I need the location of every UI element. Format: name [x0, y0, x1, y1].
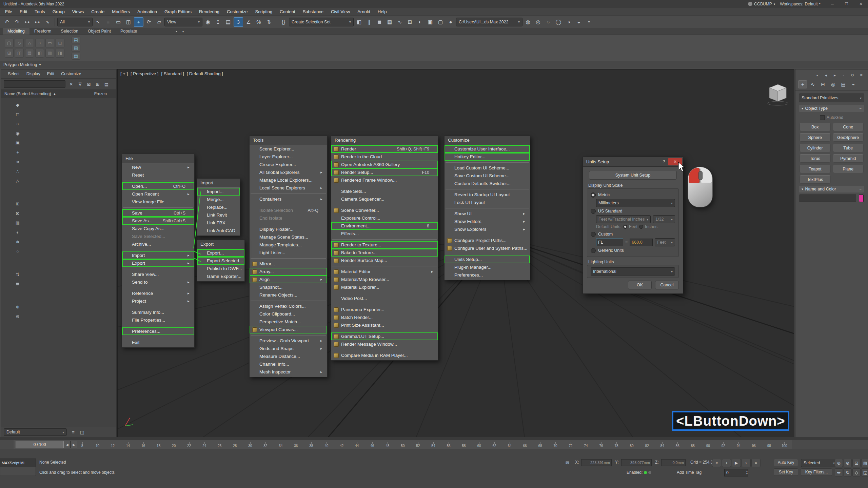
menubar-views[interactable]: Views [68, 8, 87, 16]
ribbon-tool-icon[interactable]: ▭ [45, 39, 54, 47]
menu-item[interactable] [446, 233, 529, 235]
menu-item[interactable]: Crease Explorer... [250, 161, 327, 168]
z-coordinate-field[interactable]: 0.0mm [661, 459, 686, 466]
menu-item[interactable]: Custom Defaults Switcher... [445, 180, 530, 187]
menu-item[interactable]: Link FBX [197, 219, 240, 227]
menubar-substance[interactable]: Substance [299, 8, 327, 16]
menu-item[interactable] [332, 348, 437, 350]
ribbon-list-icon[interactable]: ▤ [72, 53, 80, 60]
panel-back-icon[interactable]: ◂ [823, 72, 829, 78]
filter-funnel-icon[interactable]: ∇ [76, 80, 84, 88]
go-to-end-button[interactable]: » [751, 459, 761, 467]
menubar-content[interactable]: Content [276, 8, 299, 16]
menu-item[interactable]: Save Custom UI Scheme... [445, 172, 530, 180]
menu-item[interactable]: Bake to Texture... [331, 249, 438, 257]
select-and-link-icon[interactable]: ⊶ [22, 17, 32, 27]
arnold-render-icon[interactable]: ◒ [574, 17, 584, 27]
ribbon-tab-modeling[interactable]: Modeling [3, 28, 29, 35]
menu-item[interactable]: Show Explorers [445, 225, 530, 233]
rendered-frame-window-icon[interactable]: ▢ [436, 17, 445, 27]
snaps-toggle-icon[interactable]: 3 [234, 17, 243, 27]
menu-item[interactable]: Manage Local Explorers... [250, 176, 327, 184]
ribbon-tool-icon[interactable]: ○ [35, 39, 44, 47]
ribbon-tab-populate[interactable]: Populate [116, 28, 142, 35]
explorer-settings-icon[interactable]: ≡ [70, 428, 77, 436]
menu-item[interactable] [446, 252, 529, 254]
scene-explorer-header[interactable]: Name (Sorted Ascending) ▲ Frozen [1, 90, 116, 98]
menu-item[interactable] [446, 206, 529, 208]
select-object-icon[interactable]: ↖ [93, 17, 103, 27]
reference-coordinate-dropdown[interactable]: View▾ [164, 18, 202, 26]
explorer-pin-icon[interactable]: ◫ [78, 428, 86, 436]
menu-item[interactable] [123, 305, 193, 307]
menu-item[interactable]: Rename Objects... [250, 291, 327, 299]
filter-geometry-icon[interactable]: ◻ [14, 110, 21, 118]
filter-bones-icon[interactable]: △ [14, 177, 21, 184]
cancel-button[interactable]: Cancel [655, 281, 679, 289]
column-chooser-icon[interactable]: ⊞ [94, 80, 101, 88]
close-button[interactable]: ✕ [854, 0, 868, 8]
menu-item[interactable]: Panorama Exporter... [331, 306, 438, 313]
filter-materials-icon[interactable]: ◐ [14, 228, 21, 236]
menu-item[interactable]: Archive... [122, 240, 194, 248]
menu-item[interactable]: Effects... [331, 230, 438, 238]
menu-item[interactable] [251, 203, 326, 205]
collapse-all-icon[interactable]: ⊖ [14, 312, 21, 320]
create-tab-icon[interactable]: + [798, 80, 807, 88]
box-button[interactable]: Box [800, 123, 831, 131]
ribbon-tool-icon[interactable]: ◧ [35, 49, 44, 58]
cone-button[interactable]: Cone [833, 123, 864, 131]
menu-item[interactable]: Manage Templates... [250, 241, 327, 249]
ribbon-tool-icon[interactable]: ▥ [45, 49, 54, 58]
torus-button[interactable]: Torus [800, 154, 831, 163]
menu-item[interactable]: Scene Converter... [331, 206, 438, 214]
menu-item[interactable]: Show UI [445, 210, 530, 218]
filter-shapes-icon[interactable]: ○ [14, 120, 21, 127]
menu-item[interactable]: Display Floater... [250, 225, 327, 233]
menubar-rendering[interactable]: Rendering [195, 8, 223, 16]
object-color-swatch[interactable] [859, 195, 864, 202]
select-and-manipulate-icon[interactable]: ↥ [213, 17, 223, 27]
explorer-menu-edit[interactable]: Edit [47, 72, 55, 76]
panel-favorites-icon[interactable]: ▫ [841, 72, 847, 78]
primitive-category-dropdown[interactable]: Standard Primitives▾ [799, 94, 864, 102]
menu-item[interactable]: Reset [122, 171, 194, 179]
signin-menu[interactable]: CGBUMP ▾ [748, 2, 775, 6]
filter-lights-icon[interactable]: ◉ [14, 129, 21, 137]
object-name-field[interactable] [800, 195, 856, 202]
filter-frozen-icon[interactable]: ∗ [14, 238, 21, 245]
orbit-icon[interactable]: ↻ [844, 468, 852, 476]
menu-item[interactable]: Import... [197, 188, 240, 196]
filter-helpers-icon[interactable]: + [14, 148, 21, 156]
undo-icon[interactable]: ↶ [2, 17, 12, 27]
menu-item[interactable]: Preferences... [122, 327, 194, 335]
menu-item[interactable] [332, 302, 437, 304]
menu-item[interactable]: Lock UI Layout [445, 199, 530, 206]
menu-item[interactable]: Assign Vertex Colors... [250, 302, 327, 310]
default-inches-radio[interactable] [639, 225, 643, 229]
menubar-create[interactable]: Create [87, 8, 108, 16]
custom-value-field[interactable] [630, 239, 653, 246]
menubar-civil-view[interactable]: Civil View [327, 8, 354, 16]
workspace-selector[interactable]: Workspaces: Default ▾ [780, 2, 821, 6]
menubar-help[interactable]: Help [374, 8, 391, 16]
previous-frame-button[interactable]: ‹ [722, 459, 731, 467]
textplus-button[interactable]: TextPlus [800, 175, 831, 184]
cylinder-button[interactable]: Cylinder [800, 144, 831, 152]
us-fraction-dropdown[interactable]: 1/32▾ [653, 215, 675, 223]
play-button[interactable]: ▶ [732, 459, 741, 467]
display-tab-icon[interactable]: ▤ [839, 80, 848, 88]
menu-item[interactable] [332, 184, 437, 186]
ok-button[interactable]: OK [628, 281, 652, 289]
y-coordinate-field[interactable]: -393.077mm [621, 459, 652, 466]
select-by-name-icon[interactable]: ≡ [103, 17, 113, 27]
ribbon-tool-icon[interactable]: ◨ [56, 49, 64, 58]
menu-item[interactable]: Grids and Snaps [250, 345, 327, 352]
menu-item[interactable]: Save Copy As... [122, 225, 194, 232]
hierarchy-mode-icon[interactable]: ≣ [14, 280, 21, 287]
schematic-view-icon[interactable]: ⊞ [405, 17, 415, 27]
menu-item[interactable] [251, 299, 326, 301]
menu-item[interactable]: Export... [197, 249, 244, 257]
ribbon-tool-icon[interactable]: ▢ [5, 39, 14, 47]
zoom-extents-icon[interactable]: ⊡ [852, 459, 861, 467]
